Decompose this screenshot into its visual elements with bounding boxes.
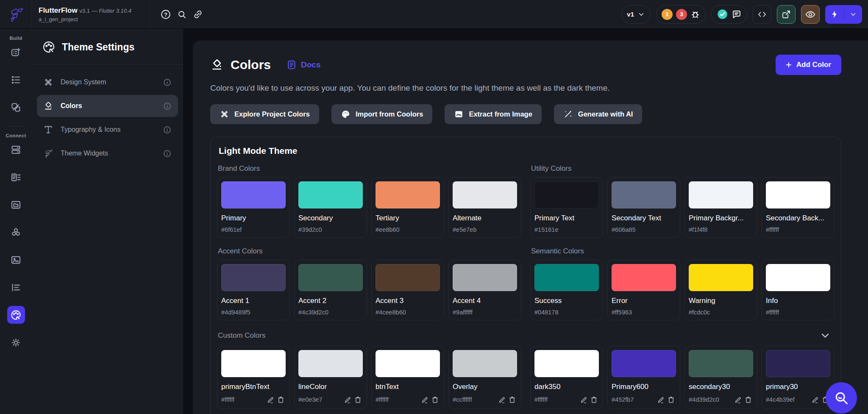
custom-color-card[interactable]: primary30 #4c4b39ef bbox=[762, 346, 835, 409]
edit-color-button[interactable] bbox=[579, 395, 589, 404]
help-button[interactable]: ? bbox=[158, 6, 174, 22]
sidebar-item-design-system[interactable]: Design System bbox=[37, 71, 178, 93]
color-swatch-card[interactable]: Primary #6f61ef bbox=[217, 177, 290, 238]
color-swatch-card[interactable]: Tertiary #ee8b60 bbox=[371, 177, 444, 238]
color-swatch-card[interactable]: Alternate #e5e7eb bbox=[448, 177, 521, 238]
color-swatch-card[interactable]: Accent 3 #4cee8b60 bbox=[371, 260, 444, 320]
color-swatch[interactable] bbox=[298, 181, 363, 208]
extract-from-image-button[interactable]: Extract from Image bbox=[445, 104, 541, 124]
nav-add-widget-button[interactable] bbox=[7, 43, 25, 61]
color-swatch[interactable] bbox=[534, 350, 599, 377]
add-color-button[interactable]: + Add Color bbox=[776, 55, 841, 75]
color-swatch[interactable] bbox=[453, 264, 517, 291]
nav-database-button[interactable] bbox=[7, 141, 25, 158]
run-options[interactable] bbox=[844, 5, 862, 24]
nav-media-folder-button[interactable] bbox=[7, 196, 25, 214]
search-fab[interactable] bbox=[826, 382, 857, 414]
edit-color-button[interactable] bbox=[733, 395, 743, 404]
nav-settings-button[interactable] bbox=[7, 333, 25, 351]
custom-color-card[interactable]: btnText #ffffff bbox=[371, 346, 444, 409]
color-swatch-card[interactable]: Info #ffffff bbox=[762, 260, 835, 320]
edit-color-button[interactable] bbox=[656, 395, 666, 404]
collapse-custom-colors-button[interactable] bbox=[817, 330, 834, 342]
nav-widget-tree-button[interactable] bbox=[7, 71, 25, 89]
color-swatch[interactable] bbox=[534, 264, 599, 291]
delete-color-button[interactable] bbox=[743, 395, 753, 404]
color-swatch-card[interactable]: Accent 1 #4d9489f5 bbox=[217, 260, 290, 320]
edit-color-button[interactable] bbox=[265, 395, 275, 404]
delete-color-button[interactable] bbox=[507, 395, 517, 404]
nav-data-types-button[interactable] bbox=[7, 168, 25, 186]
nav-automations-button[interactable] bbox=[7, 278, 25, 296]
color-swatch[interactable] bbox=[766, 181, 830, 208]
info-icon[interactable] bbox=[163, 78, 172, 87]
share-link-button[interactable] bbox=[190, 6, 206, 22]
color-swatch[interactable] bbox=[376, 264, 440, 291]
import-from-coolors-button[interactable]: Import from Coolors bbox=[331, 104, 433, 124]
color-swatch-card[interactable]: Error #ff5963 bbox=[607, 260, 680, 320]
delete-color-button[interactable] bbox=[275, 395, 286, 404]
delete-color-button[interactable] bbox=[430, 395, 440, 404]
launch-app-button[interactable] bbox=[777, 5, 796, 24]
color-swatch-card[interactable]: Secondary Text #606a85 bbox=[607, 177, 680, 238]
color-swatch[interactable] bbox=[376, 350, 440, 377]
edit-color-button[interactable] bbox=[810, 395, 820, 404]
color-swatch-card[interactable]: Secondary Back... #ffffff bbox=[762, 177, 835, 238]
color-swatch-card[interactable]: Success #048178 bbox=[530, 260, 603, 320]
custom-color-card[interactable]: Primary600 #452fb7 bbox=[607, 346, 680, 409]
delete-color-button[interactable] bbox=[666, 395, 676, 404]
version-selector[interactable]: v1 bbox=[621, 5, 651, 24]
issues-pill[interactable]: 1 3 bbox=[656, 5, 706, 24]
color-swatch[interactable] bbox=[298, 264, 363, 291]
color-swatch[interactable] bbox=[453, 181, 517, 208]
info-icon[interactable] bbox=[163, 102, 172, 111]
custom-color-card[interactable]: secondary30 #4d39d2c0 bbox=[684, 346, 757, 409]
color-swatch-card[interactable]: Accent 2 #4c39d2c0 bbox=[294, 260, 367, 320]
color-swatch[interactable] bbox=[376, 181, 440, 208]
color-swatch[interactable] bbox=[221, 181, 286, 208]
color-swatch[interactable] bbox=[766, 350, 830, 377]
sidebar-item-typography-icons[interactable]: Typography & Icons bbox=[37, 119, 178, 141]
color-swatch[interactable] bbox=[689, 181, 753, 208]
generate-with-ai-button[interactable]: Generate with AI bbox=[554, 104, 643, 124]
color-swatch-card[interactable]: Primary Text #15161e bbox=[530, 177, 603, 238]
preview-button[interactable] bbox=[801, 5, 820, 24]
explore-project-colors-button[interactable]: Explore Project Colors bbox=[210, 104, 319, 124]
color-swatch[interactable] bbox=[766, 264, 830, 291]
color-swatch[interactable] bbox=[612, 264, 676, 291]
color-swatch-card[interactable]: Primary Backgr... #f1f4f8 bbox=[684, 177, 757, 238]
nav-api-calls-button[interactable] bbox=[7, 223, 25, 241]
color-swatch-card[interactable]: Secondary #39d2c0 bbox=[294, 177, 367, 238]
color-swatch[interactable] bbox=[298, 350, 363, 377]
delete-color-button[interactable] bbox=[589, 395, 599, 404]
run-button[interactable] bbox=[825, 5, 862, 24]
color-swatch[interactable] bbox=[453, 350, 517, 377]
run-action[interactable] bbox=[825, 5, 844, 24]
info-icon[interactable] bbox=[163, 125, 172, 134]
color-swatch[interactable] bbox=[689, 350, 753, 377]
edit-color-button[interactable] bbox=[497, 395, 507, 404]
color-swatch[interactable] bbox=[689, 264, 753, 291]
custom-color-card[interactable]: lineColor #e0e3e7 bbox=[294, 346, 367, 409]
delete-color-button[interactable] bbox=[353, 395, 363, 404]
custom-color-card[interactable]: primaryBtnText #ffffff bbox=[217, 346, 290, 409]
info-icon[interactable] bbox=[163, 149, 172, 158]
search-button[interactable] bbox=[174, 6, 190, 22]
color-swatch[interactable] bbox=[612, 350, 676, 377]
sidebar-item-theme-widgets[interactable]: Theme Widgets bbox=[37, 142, 178, 164]
sidebar-item-colors[interactable]: Colors bbox=[37, 95, 178, 117]
custom-color-card[interactable]: Overlay #ccffffff bbox=[448, 346, 521, 409]
status-pill[interactable] bbox=[711, 5, 747, 24]
flutterflow-logo[interactable] bbox=[0, 0, 32, 28]
nav-components-button[interactable] bbox=[7, 98, 25, 116]
edit-color-button[interactable] bbox=[420, 395, 430, 404]
docs-link[interactable]: Docs bbox=[286, 59, 320, 70]
color-swatch[interactable] bbox=[612, 181, 676, 208]
color-swatch[interactable] bbox=[221, 350, 286, 377]
custom-color-card[interactable]: dark350 #ffffff bbox=[530, 346, 603, 409]
color-swatch-card[interactable]: Accent 4 #9affffff bbox=[448, 260, 521, 320]
code-view-button[interactable] bbox=[753, 5, 771, 24]
color-swatch-card[interactable]: Warning #fcdc0c bbox=[684, 260, 757, 320]
color-swatch[interactable] bbox=[221, 264, 286, 291]
nav-theme-settings-button[interactable] bbox=[7, 306, 25, 324]
